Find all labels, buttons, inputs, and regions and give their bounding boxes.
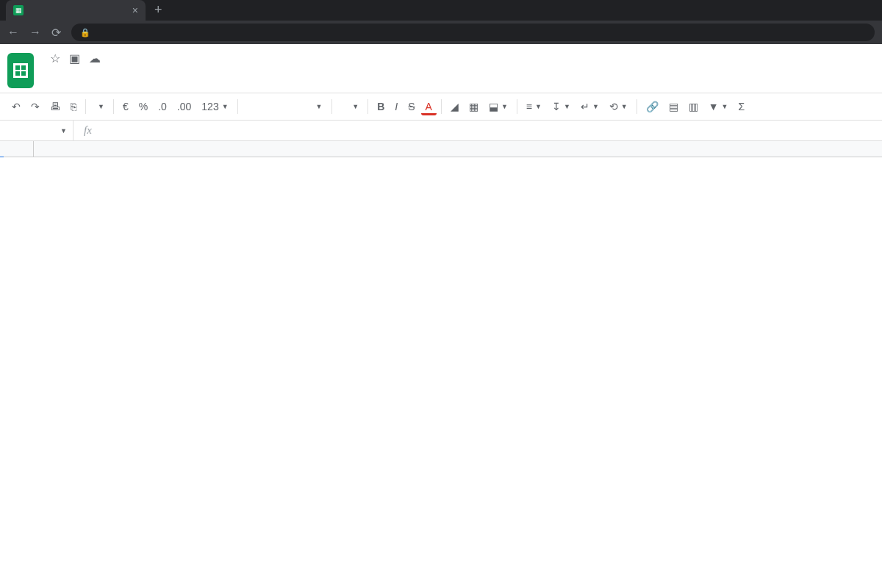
undo-button[interactable]: ↶: [7, 98, 25, 115]
browser-tab[interactable]: ▦ ×: [6, 0, 146, 21]
url-bar[interactable]: 🔒: [71, 24, 875, 41]
currency-button[interactable]: €: [118, 98, 133, 115]
rotate-button[interactable]: ⟲▼: [605, 99, 632, 114]
italic-button[interactable]: I: [390, 98, 402, 115]
bold-button[interactable]: B: [373, 98, 389, 115]
increase-decimal-button[interactable]: .00: [173, 98, 196, 115]
sheets-favicon: ▦: [13, 5, 24, 15]
functions-button[interactable]: Σ: [734, 98, 750, 115]
formula-bar: ▼ fx: [0, 121, 882, 141]
cloud-icon[interactable]: ☁: [89, 51, 101, 65]
select-all-corner[interactable]: [0, 141, 34, 157]
zoom-select[interactable]: ▼: [90, 101, 109, 112]
strike-button[interactable]: S: [404, 98, 419, 115]
number-format-select[interactable]: 123▼: [197, 99, 232, 114]
text-color-button[interactable]: A: [421, 98, 437, 115]
percent-button[interactable]: %: [135, 98, 152, 115]
toolbar: ↶ ↷ 🖶 ⎘ ▼ € % .0 .00 123▼ ▼ ▼ B I S A ◢ …: [0, 93, 882, 121]
back-button[interactable]: ←: [7, 26, 19, 39]
forward-button[interactable]: →: [29, 26, 41, 39]
name-box[interactable]: ▼: [0, 121, 74, 140]
star-icon[interactable]: ☆: [50, 51, 60, 65]
fill-color-button[interactable]: ◢: [446, 98, 463, 115]
reload-button[interactable]: ⟳: [51, 26, 61, 40]
lock-icon: 🔒: [80, 28, 90, 37]
move-icon[interactable]: ▣: [69, 51, 80, 65]
filter-button[interactable]: ▼▼: [704, 99, 733, 114]
menubar: [41, 67, 875, 71]
decrease-decimal-button[interactable]: .0: [154, 98, 171, 115]
valign-button[interactable]: ↧▼: [548, 99, 575, 114]
browser-tabstrip: ▦ × +: [0, 0, 882, 21]
merge-button[interactable]: ⬓▼: [484, 99, 512, 114]
paint-format-button[interactable]: ⎘: [66, 98, 81, 115]
browser-navbar: ← → ⟳ 🔒: [0, 21, 882, 44]
redo-button[interactable]: ↷: [26, 98, 44, 115]
halign-button[interactable]: ≡▼: [522, 99, 546, 114]
link-button[interactable]: 🔗: [642, 98, 663, 115]
font-select[interactable]: ▼: [243, 101, 327, 112]
sheets-header: ☆ ▣ ☁: [0, 44, 882, 88]
borders-button[interactable]: ▦: [465, 98, 483, 115]
print-button[interactable]: 🖶: [46, 98, 65, 115]
fx-icon: fx: [74, 124, 102, 137]
spreadsheet-grid[interactable]: ↖: [0, 141, 882, 157]
new-tab-button[interactable]: +: [146, 2, 171, 21]
close-tab-icon[interactable]: ×: [132, 4, 138, 16]
font-size-select[interactable]: ▼: [337, 99, 364, 114]
comment-button[interactable]: ▤: [664, 98, 683, 115]
wrap-button[interactable]: ↵▼: [576, 99, 603, 114]
chart-button[interactable]: ▥: [684, 98, 703, 115]
sheets-logo[interactable]: [7, 53, 34, 88]
